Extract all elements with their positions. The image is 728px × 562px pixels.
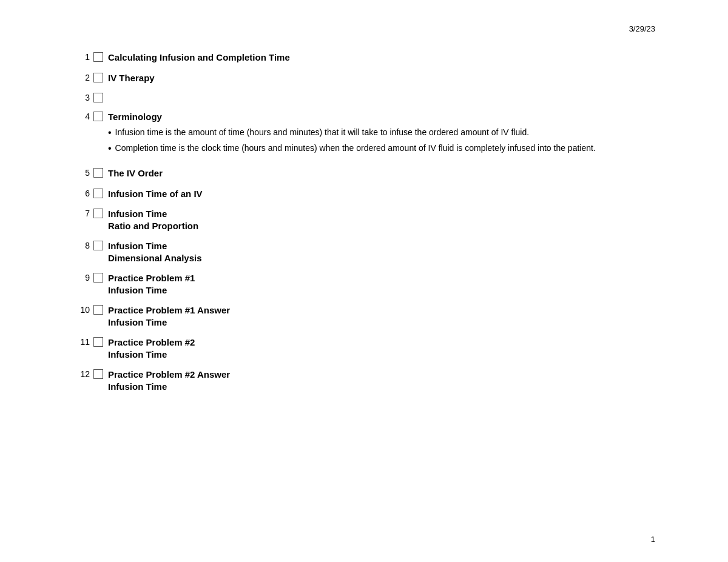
toc-bullet-item: •Infusion time is the amount of time (ho… [108,127,596,139]
bullet-text: Completion time is the clock time (hours… [115,142,596,155]
toc-checkbox[interactable] [93,189,103,198]
toc-sublabel: Ratio and Proportion [108,220,198,232]
bullet-dot: • [108,142,112,155]
toc-checkbox[interactable] [93,112,103,121]
toc-label: Terminology [108,111,596,123]
toc-content: Infusion TimeDimensional Analysis [108,240,202,264]
toc-content: Practice Problem #2 AnswerInfusion Time [108,369,230,392]
toc-number: 12 [73,369,90,379]
bullet-dot: • [108,127,112,139]
toc-number: 1 [73,52,90,62]
toc-number: 6 [73,188,90,198]
toc-bullet-item: •Completion time is the clock time (hour… [108,142,596,155]
toc-item: 2IV Therapy [73,72,655,84]
toc-checkbox[interactable] [93,241,103,250]
toc-label: Practice Problem #1 Answer [108,304,230,316]
toc-number: 9 [73,272,90,283]
toc-content: Practice Problem #1 AnswerInfusion Time [108,304,230,328]
toc-item: 1Calculating Infusion and Completion Tim… [73,52,655,64]
toc-sublabel: Infusion Time [108,349,195,361]
toc-number: 7 [73,208,90,218]
toc-content: Infusion Time of an IV [108,188,203,200]
toc-content: Practice Problem #1Infusion Time [108,272,195,296]
toc-content: The IV Order [108,167,163,179]
toc-number: 2 [73,72,90,82]
toc-item: 11Practice Problem #2Infusion Time [73,336,655,360]
toc-item: 5The IV Order [73,167,655,179]
toc-number: 8 [73,240,90,250]
page-number: 1 [651,535,655,544]
toc-label: Infusion Time [108,240,202,252]
toc-label: Calculating Infusion and Completion Time [108,52,290,64]
toc-content: Calculating Infusion and Completion Time [108,52,290,64]
toc-sublabel: Infusion Time [108,284,195,296]
toc-label: Practice Problem #1 [108,272,195,284]
toc-content: Practice Problem #2Infusion Time [108,336,195,360]
toc-item: 7Infusion TimeRatio and Proportion [73,208,655,232]
toc-label: The IV Order [108,167,163,179]
toc-checkbox[interactable] [93,369,103,379]
toc-checkbox[interactable] [93,337,103,347]
toc-checkbox[interactable] [93,73,103,82]
toc-number: 4 [73,111,90,121]
toc-item: 10Practice Problem #1 AnswerInfusion Tim… [73,304,655,328]
page-container: 3/29/23 1Calculating Infusion and Comple… [0,0,728,562]
toc-label: Infusion Time of an IV [108,188,203,200]
date-text: 3/29/23 [629,24,655,33]
toc-item: 12Practice Problem #2 AnswerInfusion Tim… [73,369,655,392]
toc-checkbox[interactable] [93,305,103,315]
toc-checkbox[interactable] [93,273,103,283]
toc-label: Practice Problem #2 Answer [108,369,230,381]
toc-checkbox[interactable] [93,209,103,218]
toc-item: 4Terminology•Infusion time is the amount… [73,111,655,159]
toc-content: Terminology•Infusion time is the amount … [108,111,596,159]
toc-label: Infusion Time [108,208,198,220]
toc-checkbox[interactable] [93,93,103,102]
toc-item: 3 [73,92,655,102]
toc-label: IV Therapy [108,72,155,84]
toc-content: Infusion TimeRatio and Proportion [108,208,198,232]
toc-bullet-list: •Infusion time is the amount of time (ho… [108,127,596,156]
toc-item: 8Infusion TimeDimensional Analysis [73,240,655,264]
toc-item: 6Infusion Time of an IV [73,188,655,200]
toc-checkbox[interactable] [93,52,103,62]
toc-number: 11 [73,336,90,347]
toc-label: Practice Problem #2 [108,336,195,349]
toc-sublabel: Infusion Time [108,381,230,393]
toc-list: 1Calculating Infusion and Completion Tim… [73,52,655,392]
bullet-text: Infusion time is the amount of time (hou… [115,127,529,139]
date-header: 3/29/23 [73,24,655,33]
toc-number: 3 [73,92,90,102]
toc-item: 9Practice Problem #1Infusion Time [73,272,655,296]
toc-number: 5 [73,167,90,178]
toc-number: 10 [73,304,90,315]
toc-content: IV Therapy [108,72,155,84]
toc-sublabel: Dimensional Analysis [108,252,202,264]
toc-sublabel: Infusion Time [108,316,230,329]
toc-checkbox[interactable] [93,168,103,178]
